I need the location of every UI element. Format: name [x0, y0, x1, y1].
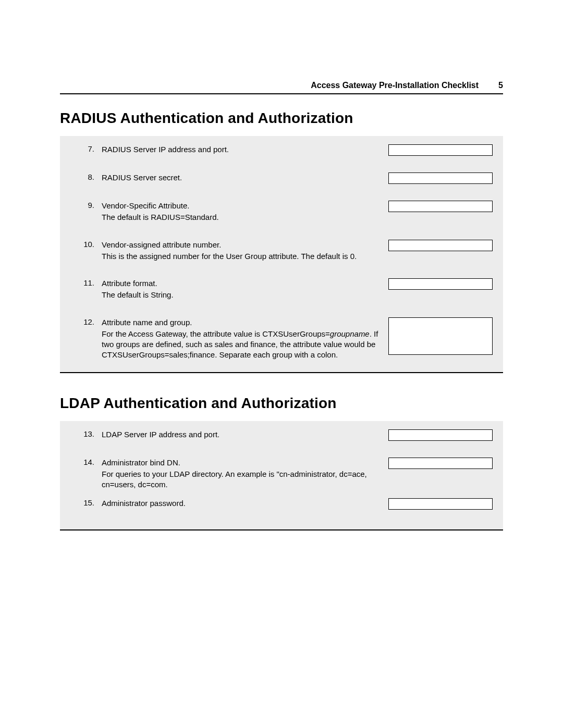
admin-password-input[interactable]	[388, 498, 493, 510]
vendor-specific-attr-input[interactable]	[388, 201, 493, 212]
header-title: Access Gateway Pre-Installation Checklis…	[311, 81, 498, 90]
row-12: 12. Attribute name and group. For the Ac…	[60, 313, 503, 365]
item-label: Administrator password.	[102, 498, 388, 509]
label-text: RADIUS Server secret.	[102, 173, 182, 182]
attribute-format-input[interactable]	[388, 278, 493, 290]
input-col	[388, 172, 496, 184]
item-desc: For the Access Gateway, the attribute va…	[102, 329, 379, 361]
item-number: 14.	[71, 458, 102, 466]
desc-pre: For the Access Gateway, the attribute va…	[102, 329, 330, 338]
item-desc: The default is RADIUS=Standard.	[102, 212, 379, 223]
item-number: 8.	[71, 172, 102, 181]
radius-heading: RADIUS Authentication and Authorization	[60, 110, 503, 127]
item-number: 10.	[71, 240, 102, 249]
radius-server-ip-input[interactable]	[388, 144, 493, 156]
row-7: 7. RADIUS Server IP address and port.	[60, 140, 503, 168]
item-label: Attribute format. The default is String.	[102, 278, 388, 301]
attribute-name-group-input[interactable]	[388, 317, 493, 355]
item-label: RADIUS Server IP address and port.	[102, 144, 388, 155]
input-col	[388, 429, 496, 441]
desc-em: groupname	[330, 329, 370, 338]
row-11: 11. Attribute format. The default is Str…	[60, 274, 503, 313]
row-15: 15. Administrator password.	[60, 494, 503, 522]
row-14: 14. Administrator bind DN. For queries t…	[60, 453, 503, 495]
input-col	[388, 317, 496, 355]
item-desc: For queries to your LDAP directory. An e…	[102, 469, 379, 490]
admin-bind-dn-input[interactable]	[388, 458, 493, 469]
label-text: Administrator password.	[102, 499, 186, 508]
label-text: LDAP Server IP address and port.	[102, 430, 219, 439]
page-number: 5	[498, 81, 503, 90]
item-desc: The default is String.	[102, 290, 379, 300]
input-col	[388, 240, 496, 251]
item-label: Vendor-Specific Attribute. The default i…	[102, 201, 388, 223]
input-col	[388, 278, 496, 290]
item-number: 13.	[71, 429, 102, 438]
input-col	[388, 458, 496, 469]
item-label: Administrator bind DN. For queries to yo…	[102, 458, 388, 490]
radius-block: 7. RADIUS Server IP address and port. 8.…	[60, 136, 503, 373]
input-col	[388, 144, 496, 156]
item-desc: This is the assigned number for the User…	[102, 251, 379, 262]
label-text: Vendor-assigned attribute number.	[102, 240, 221, 249]
item-number: 7.	[71, 144, 102, 153]
page: Access Gateway Pre-Installation Checklis…	[0, 0, 563, 728]
label-text: Vendor-Specific Attribute.	[102, 201, 189, 210]
row-13: 13. LDAP Server IP address and port.	[60, 425, 503, 453]
header-rule	[60, 93, 503, 94]
ldap-block: 13. LDAP Server IP address and port. 14.…	[60, 421, 503, 531]
label-text: Administrator bind DN.	[102, 458, 180, 467]
ldap-server-ip-input[interactable]	[388, 429, 493, 441]
ldap-heading: LDAP Authentication and Authorization	[60, 395, 503, 412]
row-9: 9. Vendor-Specific Attribute. The defaul…	[60, 196, 503, 236]
label-text: RADIUS Server IP address and port.	[102, 145, 229, 154]
input-col	[388, 201, 496, 212]
row-8: 8. RADIUS Server secret.	[60, 168, 503, 196]
item-label: Vendor-assigned attribute number. This i…	[102, 240, 388, 262]
page-header: Access Gateway Pre-Installation Checklis…	[60, 81, 503, 90]
label-text: Attribute format.	[102, 279, 157, 288]
label-text: Attribute name and group.	[102, 318, 192, 327]
item-label: Attribute name and group. For the Access…	[102, 317, 388, 361]
item-number: 11.	[71, 278, 102, 287]
radius-server-secret-input[interactable]	[388, 172, 493, 184]
item-label: RADIUS Server secret.	[102, 172, 388, 183]
item-number: 9.	[71, 201, 102, 209]
item-label: LDAP Server IP address and port.	[102, 429, 388, 440]
item-number: 12.	[71, 317, 102, 326]
item-number: 15.	[71, 498, 102, 507]
input-col	[388, 498, 496, 510]
row-10: 10. Vendor-assigned attribute number. Th…	[60, 236, 503, 275]
vendor-attr-number-input[interactable]	[388, 240, 493, 251]
